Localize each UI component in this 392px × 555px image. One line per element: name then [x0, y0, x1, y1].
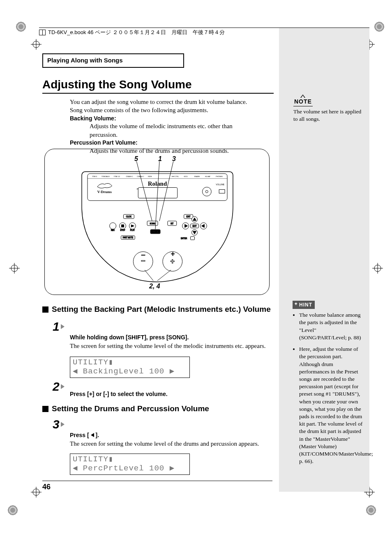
percussion-volume-label: Percussion Part Volume:	[70, 139, 259, 147]
header-text: TD-6KV_e.book 46 ページ ２００５年１月２４日 月曜日 午後７時…	[48, 29, 225, 36]
step-1-instruction: While holding down [SHIFT], press [SONG]…	[70, 334, 267, 342]
svg-text:TOM2/AUX: TOM2/AUX	[101, 175, 110, 177]
step-number-3: 3	[53, 417, 65, 431]
intro-line: You can adjust the song volume to correc…	[70, 98, 259, 106]
triangle-icon	[61, 324, 65, 329]
lcd-row: UTILITY▮	[73, 358, 187, 367]
hint-item: The volume balance among the parts is ad…	[299, 311, 363, 341]
intro-text: You can adjust the song volume to correc…	[70, 98, 259, 155]
backing-volume-label: Backing Volume:	[70, 115, 259, 122]
registration-mark	[31, 39, 42, 50]
svg-text:SNARE: SNARE	[194, 175, 200, 177]
registration-mark	[16, 21, 26, 32]
svg-text:EXIT: EXIT	[187, 216, 191, 218]
triangle-icon	[61, 384, 65, 389]
svg-text:TOM 3: TOM 3	[92, 175, 97, 177]
hint-label: HINT	[293, 301, 315, 309]
svg-text:PLAY: PLAY	[130, 229, 135, 231]
registration-mark	[372, 263, 383, 274]
callout-1: 1	[158, 155, 162, 163]
svg-text:SONG: SONG	[150, 223, 155, 225]
svg-text:SHIFT: SHIFT	[153, 231, 158, 233]
triangle-icon	[61, 422, 65, 427]
svg-text:+: +	[171, 257, 175, 265]
svg-text:REC: REC	[111, 229, 115, 231]
square-bullet-icon	[42, 406, 48, 412]
callout-minus: –	[141, 250, 145, 259]
hint-callout: HINT The volume balance among the parts …	[293, 301, 363, 470]
chapter-heading: Playing Along with Songs	[42, 53, 184, 68]
note-label: NOTE	[293, 98, 313, 106]
lcd-row: UTILITY▮	[73, 455, 187, 464]
svg-text:V-Drums: V-Drums	[97, 190, 112, 194]
section-heading-percussion: Setting the Drums and Percussion Volume	[42, 404, 209, 413]
svg-text:PHONES: PHONES	[216, 175, 223, 177]
step-3-instruction: Press [ ].	[70, 431, 267, 440]
step-1-text: The screen for setting the volume level …	[70, 342, 267, 350]
svg-point-38	[110, 223, 116, 229]
registration-mark	[9, 263, 20, 274]
svg-text:HI-HAT: HI-HAT	[205, 175, 211, 177]
svg-text:CLICK: CLICK	[126, 216, 131, 218]
running-header: TD-6KV_e.book 46 ページ ２００５年１月２４日 月曜日 午後７時…	[39, 28, 369, 36]
square-bullet-icon	[42, 306, 48, 313]
backing-volume-text: Adjusts the volume of melodic instrument…	[90, 122, 259, 139]
section-heading-backing: Setting the Backing Part (Melodic Instru…	[42, 305, 271, 314]
registration-mark	[374, 21, 385, 32]
step-3-body: Press [ ]. The screen for setting the vo…	[70, 431, 267, 448]
callout-3: 3	[172, 155, 176, 163]
page-title: Adjusting the Song Volume	[42, 78, 191, 91]
note-text: The volume set here is applied to all so…	[293, 108, 363, 123]
svg-text:CRASH 1: CRASH 1	[126, 175, 133, 177]
svg-text:KICK: KICK	[184, 175, 188, 177]
brand-text: Roland	[148, 180, 167, 187]
step-number-1: 1	[53, 320, 65, 334]
device-figure: 5 1 3 – + 2, 4 TOM 3TOM2/AUXTOM 1/2CRASH…	[44, 149, 270, 295]
callout-5: 5	[134, 155, 138, 163]
svg-text:HH CTRL: HH CTRL	[172, 175, 179, 177]
callout-plus: +	[171, 250, 175, 258]
svg-text:TOM 1/2: TOM 1/2	[114, 175, 120, 177]
svg-text:ENTER: ENTER	[181, 237, 187, 240]
registration-mark	[366, 505, 376, 516]
callout-24: 2, 4	[149, 283, 160, 290]
left-arrow-icon	[91, 433, 94, 437]
book-icon	[39, 30, 46, 35]
hint-item: Here, adjust the volume of the percussio…	[299, 345, 363, 465]
registration-mark	[7, 505, 18, 516]
device-illustration: TOM 3TOM2/AUXTOM 1/2CRASH 1CRASH 2RIDE H…	[45, 149, 269, 295]
step-number-2: 2	[53, 380, 65, 394]
step-3-text: The screen for setting the volume level …	[70, 440, 267, 448]
step-2-instruction: Press [+] or [-] to select the volume.	[70, 390, 267, 398]
svg-rect-42	[121, 225, 124, 227]
svg-point-36	[205, 190, 208, 193]
intro-line: Song volume consists of the two followin…	[70, 106, 259, 114]
svg-rect-69	[191, 237, 195, 240]
section-title: Setting the Drums and Percussion Volume	[52, 404, 209, 413]
step-1-body: While holding down [SHIFT], press [SONG]…	[70, 334, 267, 350]
section-title: Setting the Backing Part (Melodic Instru…	[52, 305, 271, 314]
lcd-screen-2: UTILITY▮ ◀ PercPrtLevel 100 ▶	[70, 454, 190, 475]
lcd-row: ◀ PercPrtLevel 100 ▶	[73, 464, 187, 473]
title-rule	[42, 93, 274, 94]
step-2-body: Press [+] or [-] to select the volume.	[70, 390, 267, 398]
svg-text:VOLUME: VOLUME	[216, 184, 225, 186]
svg-text:STOP: STOP	[120, 229, 125, 231]
svg-text:KIT: KIT	[171, 223, 173, 225]
lcd-row: ◀ BackingLevel 100 ▶	[73, 367, 187, 376]
chapter-title: Playing Along with Songs	[47, 57, 179, 64]
page-number: 46	[42, 481, 272, 491]
svg-text:PART MUTE: PART MUTE	[123, 237, 133, 239]
svg-text:EDIT: EDIT	[192, 225, 196, 227]
svg-rect-37	[219, 189, 225, 193]
registration-mark	[31, 487, 42, 497]
lcd-screen-1: UTILITY▮ ◀ BackingLevel 100 ▶	[70, 357, 190, 378]
svg-text:RIDE: RIDE	[148, 175, 152, 177]
note-callout: NOTE The volume set here is applied to a…	[293, 98, 363, 123]
